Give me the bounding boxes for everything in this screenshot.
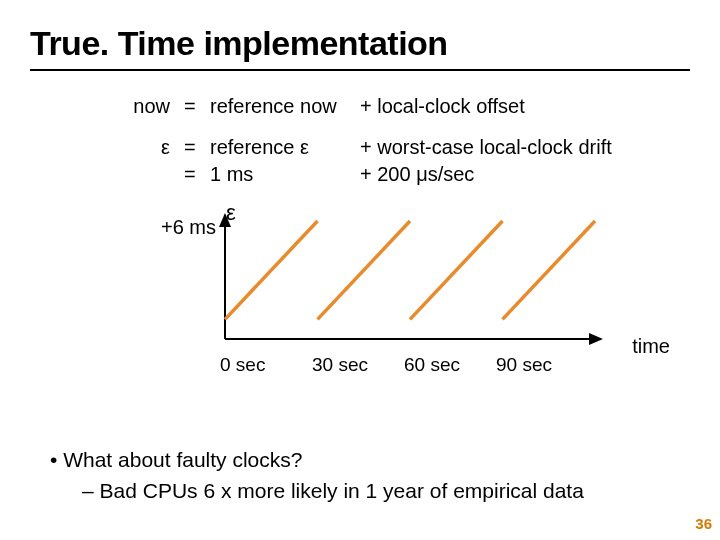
bullet-faulty-clocks: What about faulty clocks? [50, 445, 584, 475]
eq-ref: 1 ms [210, 161, 360, 188]
chart-xtick: 60 sec [404, 354, 496, 376]
bullet-bad-cpus: Bad CPUs 6 x more likely in 1 year of em… [82, 476, 584, 506]
equation-epsilon: ε = reference ε + worst-case local-clock… [110, 134, 690, 188]
eq-ref: reference now [210, 93, 360, 120]
chart-xtick: 90 sec [496, 354, 588, 376]
bullets: What about faulty clocks? Bad CPUs 6 x m… [50, 445, 584, 506]
eq-plus: + 200 μs/sec [360, 161, 612, 188]
chart-xtick: 0 sec [220, 354, 312, 376]
chart-xtick: 30 sec [312, 354, 404, 376]
eq-sign: = [184, 134, 210, 161]
eq-sign: = [184, 93, 210, 120]
epsilon-chart: ε +6 ms time 0 sec 30 sec 60 sec 90 sec [190, 206, 620, 376]
svg-line-2 [225, 221, 318, 319]
eq-rhs: = reference ε + worst-case local-clock d… [184, 134, 612, 188]
eq-lhs: ε [110, 134, 184, 161]
eq-rhs: = reference now + local-clock offset [184, 93, 525, 120]
eq-sign: = [184, 161, 210, 188]
title-rule [30, 69, 690, 71]
eq-ref: reference ε [210, 134, 360, 161]
svg-line-3 [318, 221, 411, 319]
eq-plus: + worst-case local-clock drift [360, 134, 612, 161]
chart-xticks: 0 sec 30 sec 60 sec 90 sec [220, 354, 620, 376]
svg-line-5 [503, 221, 596, 319]
eq-lhs: now [110, 93, 184, 120]
equation-now: now = reference now + local-clock offset [110, 93, 690, 120]
svg-line-4 [410, 221, 503, 319]
slide: True. Time implementation now = referenc… [0, 0, 720, 540]
chart-ylabel: ε [226, 200, 236, 226]
chart-xlabel: time [632, 335, 670, 358]
chart-svg [190, 206, 610, 351]
page-title: True. Time implementation [30, 24, 690, 63]
eq-plus: + local-clock offset [360, 93, 525, 120]
equations-block: now = reference now + local-clock offset… [110, 93, 690, 188]
page-number: 36 [695, 515, 712, 532]
chart-ytick-label: +6 ms [160, 216, 216, 239]
